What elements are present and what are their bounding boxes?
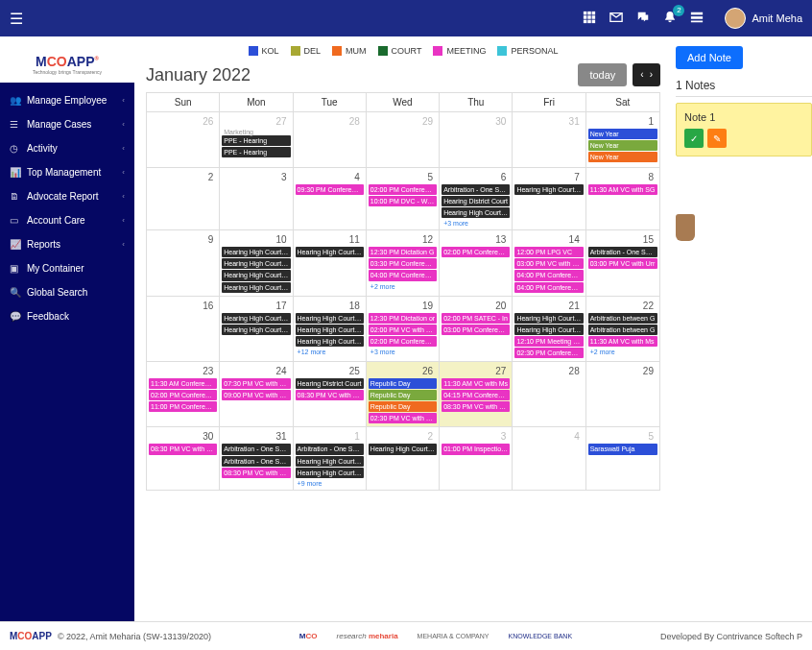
calendar-event[interactable]: 12:30 PM Dictation or xyxy=(369,313,437,324)
sidebar-item-manage-cases[interactable]: ☰Manage Cases‹ xyxy=(0,112,134,136)
calendar-event[interactable]: Hearing High Court/Tr xyxy=(296,456,364,467)
calendar-cell[interactable]: 29 xyxy=(586,362,659,426)
more-events-link[interactable]: +2 more xyxy=(369,282,437,291)
calendar-event[interactable]: New Year xyxy=(588,129,657,139)
calendar-event[interactable]: Hearing District Court xyxy=(296,378,364,389)
calendar-cell[interactable]: 409:30 PM Conference xyxy=(294,168,367,229)
calendar-event[interactable]: Republic Day xyxy=(369,390,437,400)
calendar-event[interactable]: Hearing High Court/Tr xyxy=(296,313,364,324)
calendar-event[interactable]: Hearing High Court/Tr xyxy=(514,313,583,324)
calendar-cell[interactable]: 15Arbitration - One Sess03:00 PM VC with… xyxy=(586,230,659,295)
calendar-event[interactable]: 08:30 PM VC with Mr. xyxy=(222,468,290,478)
calendar-event[interactable]: 12:00 PM LPG VC xyxy=(514,247,583,257)
calendar-event[interactable]: 03:00 PM Conference xyxy=(442,325,510,335)
calendar-cell[interactable]: 2711:30 AM VC with Ms04:15 PM Conference… xyxy=(440,362,513,426)
calendar-event[interactable]: Hearing High Court/Tr xyxy=(296,336,364,347)
calendar-event[interactable]: Arbitration between G xyxy=(588,325,657,335)
calendar-cell[interactable]: 3008:30 PM VC with Mr. xyxy=(147,427,220,489)
calendar-event[interactable]: Hearing High Court/Tr xyxy=(222,270,290,280)
calendar-cell[interactable]: 28 xyxy=(513,362,585,426)
calendar-cell[interactable]: 9 xyxy=(147,230,220,295)
calendar-event[interactable]: Hearing High Court/Tr xyxy=(296,325,364,335)
nav-arrows[interactable]: ‹› xyxy=(633,63,660,86)
sidebar-item-feedback[interactable]: 💬Feedback xyxy=(0,304,134,328)
user-menu[interactable]: Amit Meha xyxy=(725,8,802,29)
calendar-event[interactable]: 01:00 PM Inspection a xyxy=(442,444,510,454)
calendar-event[interactable]: Arbitration - One Sess xyxy=(222,444,290,454)
calendar-event[interactable]: 02:30 PM VC with Mr. xyxy=(369,413,437,423)
calendar-cell[interactable]: 10Hearing High Court/TrHearing High Cour… xyxy=(220,230,293,295)
chat-icon[interactable] xyxy=(636,11,650,27)
calendar-cell[interactable]: 4 xyxy=(513,427,585,489)
calendar-event[interactable]: 02:30 PM Conference xyxy=(514,348,583,358)
sidebar-item-reports[interactable]: 📈Reports‹ xyxy=(0,232,134,256)
calendar-event[interactable]: Arbitration - One Sess xyxy=(222,456,290,467)
calendar-event[interactable]: PPE - Hearing xyxy=(222,147,290,157)
calendar-event[interactable]: 12:30 PM Dictation G xyxy=(369,247,437,257)
calendar-event[interactable]: Hearing High Court/Tr xyxy=(222,325,290,335)
calendar-cell[interactable]: 27MarketingPPE - HearingPPE - Hearing xyxy=(220,112,293,167)
calendar-event[interactable]: 02:00 PM Conference xyxy=(149,390,217,400)
calendar-event[interactable]: 08:30 PM VC with Mr. xyxy=(149,444,217,454)
calendar-cell[interactable]: 6Arbitration - One SessHearing District … xyxy=(440,168,513,229)
calendar-event[interactable]: Hearing High Court/Tr xyxy=(296,247,364,257)
sidebar-item-account-care[interactable]: ▭Account Care‹ xyxy=(0,208,134,232)
calendar-event[interactable]: 02:00 PM Conference xyxy=(442,247,510,257)
calendar-cell[interactable]: 1New YearNew YearNew Year xyxy=(586,112,659,167)
today-button[interactable]: today xyxy=(578,63,627,86)
sidebar-item-global-search[interactable]: 🔍Global Search xyxy=(0,280,134,304)
calendar-event[interactable]: 08:30 PM VC with Mr. xyxy=(296,390,364,400)
calendar-event[interactable]: 11:00 PM Conference xyxy=(149,401,217,412)
calendar-event[interactable]: 11:30 AM Conference xyxy=(149,378,217,389)
calendar-event[interactable]: 04:00 PM Conference xyxy=(369,270,437,280)
calendar-event[interactable]: 02:00 PM Conference xyxy=(369,184,437,195)
tasks-icon[interactable] xyxy=(690,11,704,27)
calendar-cell[interactable]: 2311:30 AM Conference02:00 PM Conference… xyxy=(147,362,220,426)
calendar-event[interactable]: PPE - Hearing xyxy=(222,135,290,146)
note-done-button[interactable]: ✓ xyxy=(684,129,704,148)
calendar-event[interactable]: Hearing High Court/Tr xyxy=(296,468,364,478)
calendar-event[interactable]: 11:30 AM VC with Ms xyxy=(588,336,657,347)
calendar-cell[interactable]: 26 xyxy=(147,112,220,167)
calendar-event[interactable]: 09:30 PM Conference xyxy=(296,184,364,195)
calendar-event[interactable]: 11:30 AM VC with Ms xyxy=(442,378,510,389)
calendar-cell[interactable]: 1212:30 PM Dictation G03:30 PM Conferenc… xyxy=(367,230,440,295)
sidebar-item-top-management[interactable]: 📊Top Management‹ xyxy=(0,160,134,184)
note-edit-button[interactable]: ✎ xyxy=(707,129,727,148)
calendar-cell[interactable]: 7Hearing High Court/Tr xyxy=(513,168,585,229)
calendar-event[interactable]: Hearing High Court/Tr xyxy=(442,207,510,218)
calendar-cell[interactable]: 301:00 PM Inspection a xyxy=(440,427,513,489)
more-events-link[interactable]: +2 more xyxy=(588,348,657,356)
calendar-event[interactable]: 08:30 PM VC with Mr. xyxy=(442,401,510,412)
calendar-event[interactable]: Hearing High Court/Tr xyxy=(514,184,583,195)
next-icon[interactable]: › xyxy=(650,69,653,81)
sidebar-item-activity[interactable]: ◷Activity‹ xyxy=(0,136,134,160)
calendar-cell[interactable]: 16 xyxy=(147,297,220,361)
calendar-cell[interactable]: 2002:00 PM SATEC - In03:00 PM Conference xyxy=(440,297,513,361)
calendar-cell[interactable]: 2407:30 PM VC with Mr.09:00 PM VC with M… xyxy=(220,362,293,426)
calendar-cell[interactable]: 1912:30 PM Dictation or02:00 PM VC with … xyxy=(367,297,440,361)
sidebar-item-manage-employee[interactable]: 👥Manage Employee‹ xyxy=(0,88,134,112)
calendar-cell[interactable]: 31Arbitration - One SessArbitration - On… xyxy=(220,427,293,489)
calendar-event[interactable]: 04:15 PM Conference xyxy=(442,390,510,400)
sidebar-item-my-container[interactable]: ▣My Container xyxy=(0,256,134,280)
calendar-event[interactable]: Hearing High Court/Tr xyxy=(369,444,437,454)
calendar-cell[interactable]: 502:00 PM Conference10:00 PM DVC - WBE xyxy=(367,168,440,229)
calendar-cell[interactable]: 21Hearing High Court/TrHearing High Cour… xyxy=(513,297,585,361)
calendar-event[interactable]: Saraswati Puja xyxy=(588,444,657,454)
calendar-cell[interactable]: 1302:00 PM Conference xyxy=(440,230,513,295)
calendar-event[interactable]: 10:00 PM DVC - WBE xyxy=(369,196,437,206)
calendar-event[interactable]: Arbitration - One Sess xyxy=(296,444,364,454)
more-events-link[interactable]: +3 more xyxy=(442,219,510,228)
calendar-event[interactable]: 02:00 PM VC with Vin xyxy=(369,325,437,335)
calendar-cell[interactable]: 811:30 AM VC with SG xyxy=(586,168,659,229)
mail-icon[interactable] xyxy=(609,11,623,27)
calendar-cell[interactable]: 31 xyxy=(513,112,585,167)
calendar-cell[interactable]: 11Hearing High Court/Tr xyxy=(294,230,367,295)
calendar-event[interactable]: 12:10 PM Meeting Sh xyxy=(514,336,583,347)
calendar-event[interactable]: 07:30 PM VC with Mr. xyxy=(222,378,290,389)
calendar-cell[interactable]: 1412:00 PM LPG VC03:00 PM VC with Urr04:… xyxy=(513,230,585,295)
calendar-cell[interactable]: 29 xyxy=(367,112,440,167)
calendar-cell[interactable]: 2 xyxy=(147,168,220,229)
calendar-cell[interactable]: 1Arbitration - One SessHearing High Cour… xyxy=(294,427,367,489)
